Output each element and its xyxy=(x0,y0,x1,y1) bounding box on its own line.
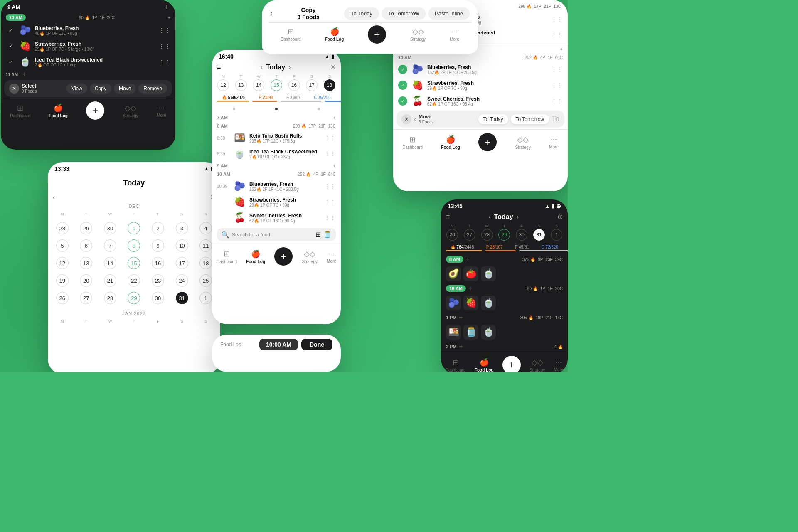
time-display[interactable]: 10:00 AM xyxy=(259,339,298,350)
more-move[interactable]: To xyxy=(552,115,559,123)
move-close-btn[interactable]: ✕ xyxy=(401,114,411,124)
check-icedtea[interactable]: ✓ xyxy=(6,57,15,66)
add-1pm-p6[interactable]: + xyxy=(459,314,463,321)
cal-7[interactable]: 7 xyxy=(99,238,121,254)
cal-12[interactable]: 12 xyxy=(51,255,74,271)
add-8am-p6[interactable]: + xyxy=(466,256,470,263)
add-10am-p6[interactable]: + xyxy=(468,285,472,292)
cal-prev[interactable]: ‹ xyxy=(53,194,55,201)
nav-foodlog[interactable]: 🍎 Food Log xyxy=(325,27,344,42)
to-today-move[interactable]: To Today xyxy=(478,114,508,124)
to-tomorrow-button[interactable]: To Tomorrow xyxy=(382,7,426,20)
next-p6[interactable]: › xyxy=(517,213,519,221)
cal-29b[interactable]: 29 xyxy=(123,290,145,306)
nav-more-p1[interactable]: ··· More xyxy=(157,103,166,118)
add-time-btn1[interactable]: + xyxy=(165,3,169,11)
nav-more-p3[interactable]: ··· More xyxy=(327,249,336,264)
cal-17[interactable]: 17 xyxy=(171,255,193,271)
cal-8[interactable]: 8 xyxy=(123,238,145,254)
cal-10[interactable]: 10 xyxy=(171,238,193,254)
add-button-p1[interactable]: + xyxy=(86,101,104,120)
cal-16[interactable]: 16 xyxy=(147,255,169,271)
nav-more[interactable]: ··· More xyxy=(450,27,459,42)
week-17[interactable]: S17 xyxy=(306,74,318,91)
cal-22[interactable]: 22 xyxy=(123,273,145,288)
nav-strategy-p6[interactable]: ◇◇ Strategy xyxy=(530,358,545,372)
cal-14[interactable]: 14 xyxy=(99,255,121,271)
next-arrow-p3[interactable]: › xyxy=(288,64,291,71)
nav-strategy-p1[interactable]: ◇◇ Strategy xyxy=(123,103,138,118)
select-close-btn[interactable]: ✕ xyxy=(9,84,19,94)
add-7am[interactable]: + xyxy=(333,115,336,120)
view-btn[interactable]: View xyxy=(66,84,87,94)
week-18[interactable]: S18 xyxy=(324,74,335,91)
to-tomorrow-move[interactable]: To Tomorrow xyxy=(511,114,549,124)
add-2pm-p6[interactable]: + xyxy=(459,343,463,350)
nav-foodlog-p6[interactable]: 🍎 Food Log xyxy=(475,358,494,372)
cal-13[interactable]: 13 xyxy=(75,255,98,271)
add-button-p3[interactable]: + xyxy=(274,247,293,266)
nav-strategy[interactable]: ◇◇ Strategy xyxy=(410,27,426,42)
cal-27[interactable]: 27 xyxy=(75,290,98,306)
nav-strategy-p5[interactable]: ◇◇ Strategy xyxy=(515,135,531,150)
week-16[interactable]: F16 xyxy=(288,74,300,91)
week-26-p6[interactable]: M 26 xyxy=(446,224,458,241)
week-27-p6[interactable]: T 27 xyxy=(464,224,475,241)
nav-dashboard-p5[interactable]: ⊞ Dashboard xyxy=(402,135,423,150)
prev-p6[interactable]: ‹ xyxy=(488,213,490,221)
add-10am[interactable]: + xyxy=(168,15,170,20)
remove-btn[interactable]: Remove xyxy=(138,84,167,94)
nav-foodlog-p5[interactable]: 🍎 Food Log xyxy=(441,135,460,150)
nav-dashboard-p6[interactable]: ⊞ Dashboard xyxy=(446,358,466,372)
cal-28b[interactable]: 28 xyxy=(99,290,121,306)
cal-30b[interactable]: 30 xyxy=(147,290,169,306)
to-today-button[interactable]: To Today xyxy=(344,7,379,20)
week-28-p6[interactable]: W 28 xyxy=(481,224,493,241)
add-9am-p5[interactable]: + xyxy=(560,47,563,52)
week-15[interactable]: T15 xyxy=(271,74,282,91)
cal-3[interactable]: 3 xyxy=(171,220,193,236)
cal-29[interactable]: 29 xyxy=(75,220,98,236)
week-14[interactable]: W14 xyxy=(253,74,264,91)
cal-6[interactable]: 6 xyxy=(75,238,98,254)
nav-dashboard-p3[interactable]: ⊞ Dashboard xyxy=(217,249,237,264)
search-bar-p3[interactable]: 🔍 ⊞ 🫙 xyxy=(217,228,336,241)
prev-arrow-p3[interactable]: ‹ xyxy=(261,64,263,71)
add-button[interactable]: + xyxy=(368,25,386,44)
cal-21[interactable]: 21 xyxy=(99,273,121,288)
extra-p6[interactable]: ⊕ xyxy=(557,213,563,221)
week-30-p6[interactable]: F 30 xyxy=(516,224,527,241)
cal-24[interactable]: 24 xyxy=(171,273,193,288)
paste-inline-button[interactable]: Paste Inline xyxy=(428,7,470,20)
cal-5[interactable]: 5 xyxy=(51,238,74,254)
nav-dashboard-p1[interactable]: ⊞ Dashboard xyxy=(10,103,30,118)
check-blueberries[interactable]: ✓ xyxy=(6,26,15,35)
cal-28[interactable]: 28 xyxy=(51,220,74,236)
check-cherries-p5[interactable]: ✓ xyxy=(398,96,407,106)
cal-26[interactable]: 26 xyxy=(51,290,74,306)
hamburger-p6[interactable]: ≡ xyxy=(446,213,450,221)
nav-more-p5[interactable]: ··· More xyxy=(549,135,559,149)
copy-btn[interactable]: Copy xyxy=(90,84,111,94)
add-button-p5[interactable]: + xyxy=(478,133,497,151)
week-13[interactable]: T13 xyxy=(235,74,247,91)
nav-more-p6[interactable]: ··· More xyxy=(554,358,564,372)
back-arrow[interactable]: ‹ xyxy=(270,9,273,18)
cal-1[interactable]: 1 xyxy=(123,220,145,236)
check-strawberries[interactable]: ✓ xyxy=(6,42,15,51)
week-12[interactable]: M12 xyxy=(217,74,229,91)
cal-20[interactable]: 20 xyxy=(75,273,98,288)
cal-2[interactable]: 2 xyxy=(147,220,169,236)
nav-foodlog-p1[interactable]: 🍎 Food Log xyxy=(49,103,68,118)
add-9am[interactable]: + xyxy=(333,163,336,168)
check-strawberries-p5[interactable]: ✓ xyxy=(398,81,407,90)
week-31-p6[interactable]: S 31 xyxy=(533,224,545,241)
week-29-p6[interactable]: T 29 xyxy=(498,224,510,241)
check-blueberries-p5[interactable]: ✓ xyxy=(398,65,407,74)
nav-strategy-p3[interactable]: ◇◇ Strategy xyxy=(302,249,318,264)
move-btn[interactable]: Move xyxy=(114,84,136,94)
nav-dashboard[interactable]: ⊞ Dashboard xyxy=(281,27,301,42)
food-icon[interactable]: 🫙 xyxy=(323,231,332,239)
nav-foodlog-p3[interactable]: 🍎 Food Log xyxy=(246,249,265,264)
cal-19[interactable]: 19 xyxy=(51,273,74,288)
